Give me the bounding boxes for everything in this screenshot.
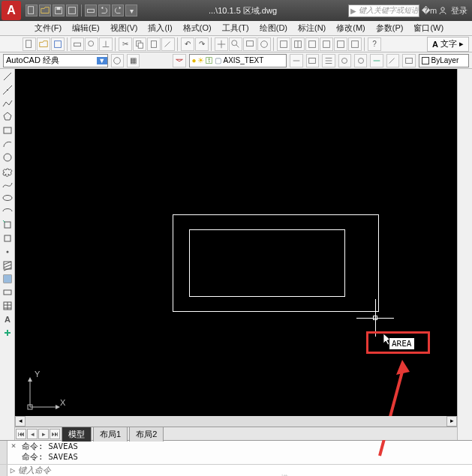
title-bar: A ▾ ...\10.1.5 区域.dwg ▶ 键入关键字或短语 �m 登录 — [0, 0, 472, 21]
tool-polyline-icon[interactable] — [1, 97, 14, 110]
menu-dimension[interactable]: 标注(N) — [293, 21, 330, 35]
tool-revcloud-icon[interactable] — [1, 164, 14, 178]
layer-combo[interactable]: ● ☀ ⚿ ▢ AXIS_TEXT — [189, 54, 287, 67]
qat-plot-icon[interactable] — [85, 4, 97, 16]
tool-addselected-icon[interactable] — [1, 326, 14, 340]
qat-dropdown-icon[interactable]: ▾ — [125, 4, 137, 16]
tb-extra-icon[interactable]: ▦ — [127, 54, 140, 67]
layer-freeze-icon[interactable] — [338, 54, 351, 67]
user-icon[interactable] — [437, 5, 448, 16]
scroll-right-icon[interactable]: ▸ — [446, 416, 457, 427]
tool-xline-icon[interactable] — [1, 83, 14, 97]
qat-undo-icon[interactable] — [98, 4, 110, 16]
tb-publish-icon[interactable] — [99, 37, 113, 51]
tool-ellipse-icon[interactable] — [1, 191, 14, 205]
h-scrollbar[interactable]: ◂ ▸ — [15, 416, 457, 427]
tab-prev-icon[interactable]: ◂ — [27, 429, 38, 439]
panel-tab-text[interactable]: A 文字 ▸ — [427, 37, 469, 52]
tool-ellipse-arc-icon[interactable] — [1, 205, 14, 218]
menu-window[interactable]: 窗口(W) — [409, 21, 448, 35]
layer-prev-icon[interactable] — [290, 54, 302, 67]
scroll-left-icon[interactable]: ◂ — [15, 416, 26, 427]
qat-redo-icon[interactable] — [112, 4, 124, 16]
layer-match-icon[interactable] — [386, 54, 399, 67]
command-input[interactable] — [18, 466, 472, 475]
infocenter-icon[interactable]: �m — [424, 5, 434, 16]
layer-make-current-icon[interactable] — [370, 54, 383, 67]
tool-arc-icon[interactable] — [1, 137, 14, 151]
cmd-close-icon[interactable]: × — [8, 441, 20, 464]
tool-circle-icon[interactable] — [1, 151, 14, 164]
qat-saveas-icon[interactable] — [66, 4, 78, 16]
tb-undo-icon[interactable]: ↶ — [181, 37, 194, 51]
tab-model[interactable]: 模型 — [62, 427, 92, 442]
tb-markup-icon[interactable] — [334, 37, 347, 51]
menu-format[interactable]: 格式(O) — [179, 21, 216, 35]
tb-copy-icon[interactable] — [133, 37, 146, 51]
login-link[interactable]: 登录 — [451, 5, 467, 16]
color-combo[interactable]: ByLayer — [419, 54, 470, 67]
tab-next-icon[interactable]: ▸ — [38, 429, 49, 439]
layer-iso-icon[interactable] — [322, 54, 335, 67]
tb-redo-icon[interactable]: ↷ — [195, 37, 209, 51]
tb-new-icon[interactable] — [23, 37, 36, 51]
tab-last-icon[interactable]: ⏭ — [50, 429, 60, 439]
tool-text-icon[interactable]: A — [1, 313, 14, 326]
tb-toolpalettes-icon[interactable] — [305, 37, 319, 51]
tool-region-icon[interactable] — [1, 286, 14, 299]
tab-first-icon[interactable]: ⏮ — [16, 429, 26, 439]
workspace-settings-icon[interactable] — [111, 54, 124, 67]
tool-gradient-icon[interactable] — [1, 272, 14, 286]
layer-properties-icon[interactable] — [173, 54, 186, 67]
tb-plot-icon[interactable] — [71, 37, 84, 51]
tb-zoom-icon[interactable] — [229, 37, 242, 51]
layer-walk-icon[interactable] — [402, 54, 415, 67]
menu-modify[interactable]: 修改(M) — [332, 21, 370, 35]
tb-zoom-window-icon[interactable] — [243, 37, 257, 51]
menu-parametric[interactable]: 参数(P) — [371, 21, 408, 35]
help-search-input[interactable]: ▶ 键入关键字或短语 — [348, 4, 419, 17]
dynamic-input[interactable]: AREA — [389, 337, 415, 350]
qat-open-icon[interactable] — [39, 4, 51, 16]
tb-help-icon[interactable]: ? — [368, 37, 381, 51]
tb-paste-icon[interactable] — [147, 37, 161, 51]
menu-edit[interactable]: 编辑(E) — [68, 21, 104, 35]
status-model-button[interactable]: 模型 — [278, 472, 298, 476]
tool-hatch-icon[interactable] — [1, 259, 14, 272]
tb-save-icon[interactable] — [51, 37, 65, 51]
svg-rect-14 — [247, 40, 254, 46]
tool-make-block-icon[interactable] — [1, 232, 14, 245]
tool-spline-icon[interactable] — [1, 178, 14, 191]
qat-new-icon[interactable] — [26, 4, 38, 16]
layer-off-icon[interactable] — [354, 54, 367, 67]
tool-line-icon[interactable] — [1, 70, 14, 83]
tab-layout2[interactable]: 布局2 — [129, 427, 164, 442]
tb-quickcalc-icon[interactable] — [348, 37, 362, 51]
tb-zoom-prev-icon[interactable] — [257, 37, 271, 51]
tool-polygon-icon[interactable] — [1, 110, 14, 124]
tab-layout1[interactable]: 布局1 — [93, 427, 128, 442]
workspace-combo[interactable]: AutoCAD 经典 ▼ — [3, 54, 108, 67]
layer-state-icon[interactable] — [306, 54, 319, 67]
tool-rectangle-icon[interactable] — [1, 124, 14, 137]
app-logo[interactable]: A — [2, 1, 21, 20]
tb-designcenter-icon[interactable] — [291, 37, 305, 51]
tb-cut-icon[interactable]: ✂ — [119, 37, 132, 51]
menu-tools[interactable]: 工具(T) — [218, 21, 254, 35]
qat-save-icon[interactable] — [53, 4, 65, 16]
tool-point-icon[interactable] — [1, 245, 14, 259]
tb-sheetset-icon[interactable] — [320, 37, 333, 51]
drawing-canvas[interactable]: Y X AREA ◂ ▸ ⏮ ◂ ▸ ⏭ — [15, 69, 457, 440]
menu-file[interactable]: 文件(F) — [30, 21, 66, 35]
tb-properties-icon[interactable] — [277, 37, 290, 51]
menu-view[interactable]: 视图(V) — [106, 21, 143, 35]
tool-table-icon[interactable] — [1, 299, 14, 313]
tb-preview-icon[interactable] — [85, 37, 98, 51]
cmd-handle[interactable] — [0, 441, 8, 464]
tb-open-icon[interactable] — [37, 37, 50, 51]
tool-insert-block-icon[interactable] — [1, 218, 14, 232]
tb-pan-icon[interactable] — [215, 37, 228, 51]
tb-match-icon[interactable] — [161, 37, 175, 51]
menu-insert[interactable]: 插入(I) — [143, 21, 176, 35]
menu-draw[interactable]: 绘图(D) — [255, 21, 292, 35]
